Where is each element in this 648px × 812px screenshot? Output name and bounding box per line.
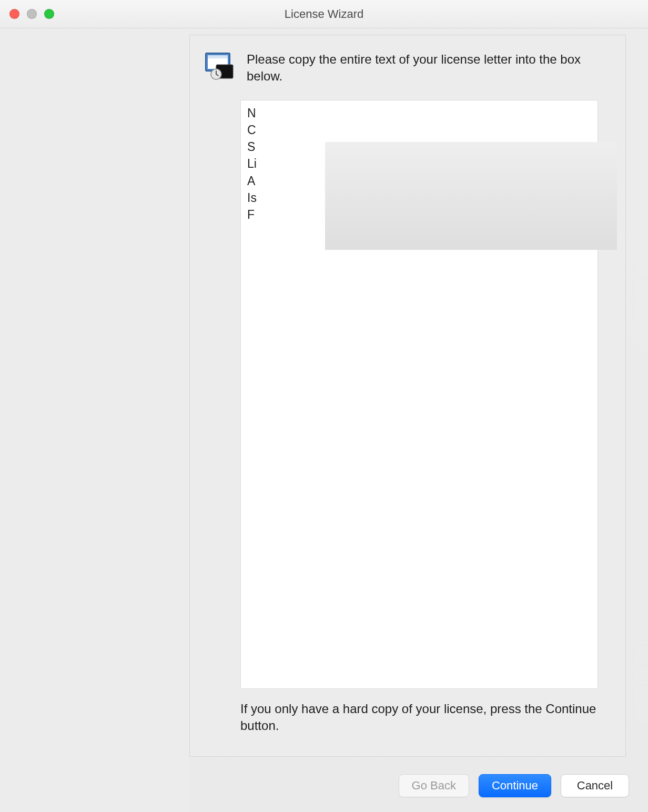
- license-textarea-wrap: [240, 100, 606, 691]
- header-row: Please copy the entire text of your lice…: [190, 35, 625, 90]
- content-panel: Please copy the entire text of your lice…: [189, 35, 626, 757]
- traffic-lights: [9, 9, 54, 19]
- sidebar-placeholder: [0, 28, 189, 812]
- cancel-button[interactable]: Cancel: [561, 774, 629, 797]
- minimize-icon: [27, 9, 37, 19]
- app-wizard-icon: [205, 51, 235, 82]
- dialog-buttons: Go Back Continue Cancel: [399, 774, 629, 797]
- continue-button[interactable]: Continue: [479, 774, 551, 797]
- window-title: License Wizard: [285, 7, 363, 21]
- titlebar: License Wizard: [0, 0, 648, 28]
- zoom-icon[interactable]: [44, 9, 54, 19]
- go-back-button: Go Back: [399, 774, 469, 797]
- license-wizard-window: License Wizard Please copy the entire te…: [0, 0, 648, 812]
- license-input[interactable]: [240, 100, 598, 689]
- close-icon[interactable]: [9, 9, 19, 19]
- svg-rect-2: [208, 55, 228, 58]
- instruction-text: Please copy the entire text of your lice…: [247, 51, 611, 85]
- footer-note: If you only have a hard copy of your lic…: [240, 701, 598, 735]
